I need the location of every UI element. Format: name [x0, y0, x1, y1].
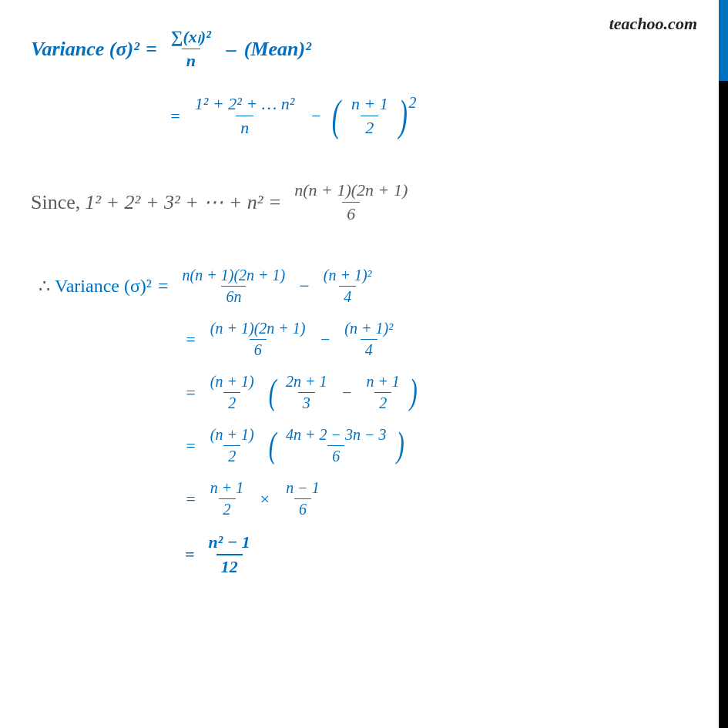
frac-a: n + 1 2: [206, 479, 249, 518]
frac-outer: (n + 1) 2: [206, 426, 259, 465]
fraction-squares-n: 1² + 2² + … n² n: [190, 94, 300, 138]
equals: =: [146, 38, 157, 61]
sum-squares-formula: n(n + 1)(2n + 1) 6: [290, 180, 412, 224]
accent-bar-black: [719, 81, 728, 728]
sum-squares-lhs: 1² + 2² + 3² + ⋯ + n²: [85, 190, 263, 214]
exponent-2: 2: [408, 94, 416, 112]
frac-b: (n + 1)² 4: [319, 267, 377, 306]
minus: −: [320, 330, 331, 350]
frac-b: n − 1 6: [281, 479, 324, 518]
mean-squared: (Mean)²: [244, 38, 311, 61]
accent-bar-blue: [719, 0, 728, 81]
step-5: = (n + 1) 2 ( 2n + 1 3 − n + 1 2 ): [185, 373, 689, 412]
minus: −: [341, 383, 353, 403]
since-formula: Since, 1² + 2² + 3² + ⋯ + n² = n(n + 1)(…: [31, 180, 689, 224]
paren-group: ( 4n + 2 − 3n − 3 6 ): [267, 426, 406, 465]
fraction-sumxi2-n: ∑(xᵢ)² n: [166, 27, 216, 71]
frac-outer: (n + 1) 2: [206, 373, 259, 412]
equals: =: [185, 436, 196, 456]
minus: −: [299, 276, 310, 297]
variance-label: Variance (σ)²: [31, 38, 139, 61]
equals: =: [185, 489, 196, 509]
since-label: Since,: [31, 191, 80, 214]
paren-mean: ( n + 1 2 ): [329, 94, 410, 138]
frac-final: n² − 1 12: [204, 532, 255, 577]
step-6: = (n + 1) 2 ( 4n + 2 − 3n − 3 6 ): [185, 426, 689, 465]
step-4: = (n + 1)(2n + 1) 6 − (n + 1)² 4: [185, 320, 689, 359]
equals: =: [185, 330, 196, 350]
brand-watermark: teachoo.com: [609, 14, 697, 34]
frac-a: (n + 1)(2n + 1) 6: [206, 320, 310, 359]
variance-definition: Variance (σ)² = ∑(xᵢ)² n – (Mean)²: [31, 27, 689, 71]
variance-label-2: Variance (σ)²: [55, 276, 152, 297]
equals: =: [185, 545, 195, 565]
final-result: = n² − 1 12: [185, 532, 689, 577]
therefore-variance: ∴ Variance (σ)² = n(n + 1)(2n + 1) 6n − …: [39, 267, 689, 306]
step-7: = n + 1 2 × n − 1 6: [185, 479, 689, 518]
minus: –: [226, 38, 237, 61]
therefore-symbol: ∴: [39, 276, 50, 297]
times: ×: [259, 489, 270, 509]
paren-group: ( 2n + 1 3 − n + 1 2 ): [267, 373, 420, 412]
frac-a: n(n + 1)(2n + 1) 6n: [178, 267, 290, 306]
minus: −: [310, 106, 321, 126]
equals: =: [169, 106, 181, 126]
equals: =: [185, 383, 196, 403]
equals: =: [270, 191, 281, 214]
equals: =: [158, 276, 169, 297]
frac-b: (n + 1)² 4: [340, 320, 398, 359]
variance-expanded: = 1² + 2² + … n² n − ( n + 1 2 ) 2: [169, 94, 689, 138]
